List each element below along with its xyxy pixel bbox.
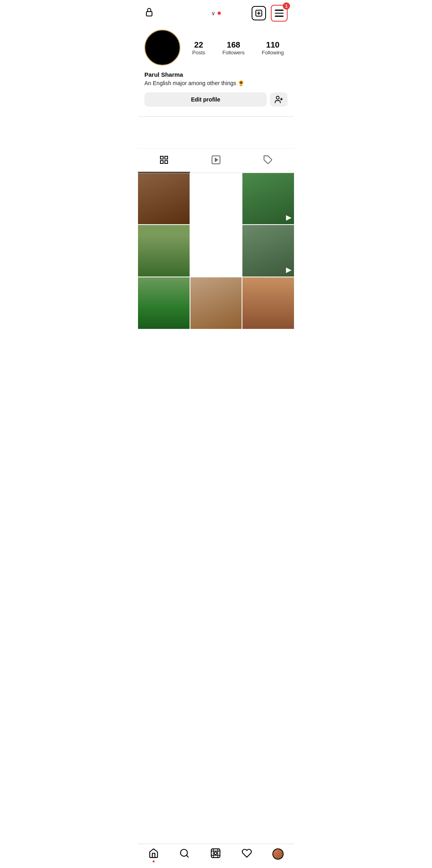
grid-cell[interactable] <box>138 277 190 329</box>
svg-rect-8 <box>165 156 168 159</box>
profile-name: Parul Sharma <box>144 71 288 78</box>
grid-cell[interactable]: ▶ <box>242 173 294 225</box>
grid-cell[interactable] <box>190 173 242 225</box>
reel-play-icon: ▶ <box>286 265 292 274</box>
followers-stat[interactable]: 168 Followers <box>222 40 245 56</box>
chevron-down-icon: ∨ <box>211 10 215 16</box>
posts-count: 22 <box>194 40 203 50</box>
posts-stat[interactable]: 22 Posts <box>192 40 205 56</box>
svg-rect-10 <box>165 161 168 163</box>
stats-row: 22 Posts 168 Followers 110 Following <box>188 40 288 56</box>
stories-area <box>138 117 294 149</box>
grid-cell[interactable] <box>190 225 242 277</box>
reel-play-icon: ▶ <box>286 213 292 222</box>
lock-icon[interactable] <box>144 7 154 19</box>
svg-rect-9 <box>160 161 163 163</box>
svg-rect-7 <box>160 156 163 159</box>
photo-grid-area: ▶ ▶ <box>138 173 294 329</box>
bottom-spacer <box>138 329 294 361</box>
username-dropdown[interactable]: ∨ <box>211 10 221 16</box>
avatar[interactable] <box>144 30 180 66</box>
menu-bar <box>275 10 284 11</box>
tab-grid[interactable] <box>138 150 190 173</box>
menu-bar <box>275 16 284 17</box>
following-stat[interactable]: 110 Following <box>262 40 284 56</box>
right-action-icons: 1 <box>252 5 288 22</box>
grid-cell[interactable] <box>138 173 190 225</box>
grid-cell[interactable] <box>190 277 242 329</box>
content-tabs <box>138 150 294 173</box>
menu-bar <box>275 13 284 14</box>
notification-dot <box>218 12 221 15</box>
top-navigation: ∨ 1 <box>138 0 294 26</box>
grid-cell[interactable] <box>138 225 190 277</box>
menu-button[interactable]: 1 <box>271 5 288 22</box>
profile-bio: An English major among other things 🌻 <box>144 80 288 88</box>
menu-badge: 1 <box>283 2 290 10</box>
action-buttons: Edit profile <box>144 92 288 107</box>
svg-point-4 <box>276 96 279 99</box>
profile-section: 22 Posts 168 Followers 110 Following Par… <box>138 26 294 111</box>
grid-cell[interactable]: ▶ <box>242 225 294 277</box>
reels-icon <box>211 155 221 167</box>
grid-icon <box>159 155 169 167</box>
profile-header: 22 Posts 168 Followers 110 Following <box>144 30 288 66</box>
following-label: Following <box>262 50 284 56</box>
following-count: 110 <box>266 40 279 50</box>
grid-cell[interactable] <box>242 277 294 329</box>
followers-count: 168 <box>227 40 240 50</box>
tab-reels[interactable] <box>190 150 242 173</box>
tab-tagged[interactable] <box>242 150 294 173</box>
posts-label: Posts <box>192 50 205 56</box>
new-post-button[interactable] <box>252 6 266 20</box>
edit-profile-button[interactable]: Edit profile <box>144 92 267 107</box>
followers-label: Followers <box>222 50 245 56</box>
tagged-icon <box>263 155 273 167</box>
add-friend-button[interactable] <box>270 92 288 107</box>
photo-grid: ▶ ▶ <box>138 173 294 329</box>
svg-rect-0 <box>146 12 152 16</box>
